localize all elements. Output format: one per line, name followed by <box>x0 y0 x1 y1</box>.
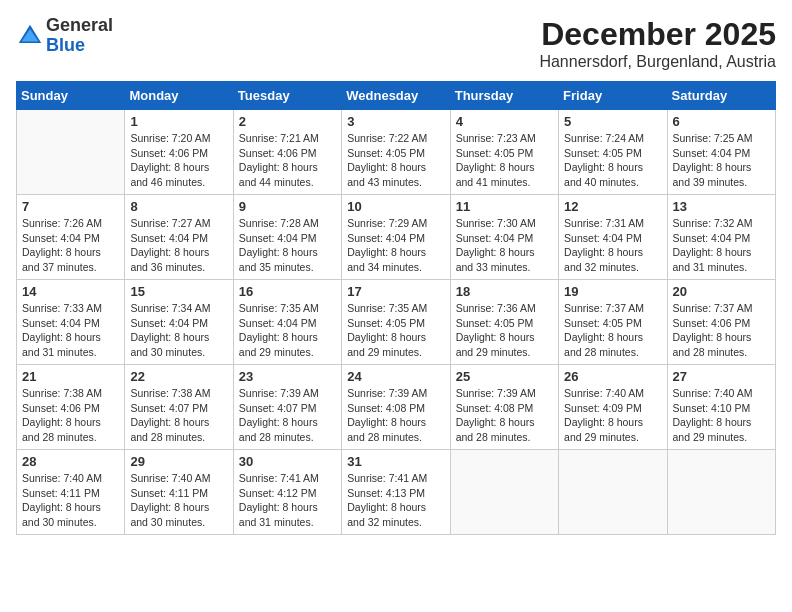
calendar-cell: 15Sunrise: 7:34 AM Sunset: 4:04 PM Dayli… <box>125 280 233 365</box>
day-info: Sunrise: 7:41 AM Sunset: 4:13 PM Dayligh… <box>347 471 444 530</box>
week-row-2: 7Sunrise: 7:26 AM Sunset: 4:04 PM Daylig… <box>17 195 776 280</box>
day-info: Sunrise: 7:31 AM Sunset: 4:04 PM Dayligh… <box>564 216 661 275</box>
day-number: 20 <box>673 284 770 299</box>
day-number: 24 <box>347 369 444 384</box>
day-info: Sunrise: 7:28 AM Sunset: 4:04 PM Dayligh… <box>239 216 336 275</box>
logo-general-text: General <box>46 16 113 36</box>
day-number: 28 <box>22 454 119 469</box>
day-info: Sunrise: 7:33 AM Sunset: 4:04 PM Dayligh… <box>22 301 119 360</box>
calendar-cell: 25Sunrise: 7:39 AM Sunset: 4:08 PM Dayli… <box>450 365 558 450</box>
day-number: 29 <box>130 454 227 469</box>
day-number: 9 <box>239 199 336 214</box>
calendar-cell: 6Sunrise: 7:25 AM Sunset: 4:04 PM Daylig… <box>667 110 775 195</box>
day-info: Sunrise: 7:29 AM Sunset: 4:04 PM Dayligh… <box>347 216 444 275</box>
day-info: Sunrise: 7:34 AM Sunset: 4:04 PM Dayligh… <box>130 301 227 360</box>
calendar-cell: 18Sunrise: 7:36 AM Sunset: 4:05 PM Dayli… <box>450 280 558 365</box>
day-number: 25 <box>456 369 553 384</box>
day-info: Sunrise: 7:41 AM Sunset: 4:12 PM Dayligh… <box>239 471 336 530</box>
day-info: Sunrise: 7:26 AM Sunset: 4:04 PM Dayligh… <box>22 216 119 275</box>
day-info: Sunrise: 7:40 AM Sunset: 4:10 PM Dayligh… <box>673 386 770 445</box>
day-info: Sunrise: 7:40 AM Sunset: 4:11 PM Dayligh… <box>130 471 227 530</box>
calendar-cell: 1Sunrise: 7:20 AM Sunset: 4:06 PM Daylig… <box>125 110 233 195</box>
day-info: Sunrise: 7:38 AM Sunset: 4:07 PM Dayligh… <box>130 386 227 445</box>
day-info: Sunrise: 7:23 AM Sunset: 4:05 PM Dayligh… <box>456 131 553 190</box>
day-number: 11 <box>456 199 553 214</box>
calendar-cell <box>450 450 558 535</box>
day-number: 13 <box>673 199 770 214</box>
day-number: 4 <box>456 114 553 129</box>
calendar-cell <box>559 450 667 535</box>
day-number: 27 <box>673 369 770 384</box>
location-title: Hannersdorf, Burgenland, Austria <box>539 53 776 71</box>
calendar-cell <box>667 450 775 535</box>
calendar-cell: 22Sunrise: 7:38 AM Sunset: 4:07 PM Dayli… <box>125 365 233 450</box>
calendar-cell: 12Sunrise: 7:31 AM Sunset: 4:04 PM Dayli… <box>559 195 667 280</box>
day-number: 3 <box>347 114 444 129</box>
day-number: 31 <box>347 454 444 469</box>
day-number: 16 <box>239 284 336 299</box>
day-info: Sunrise: 7:39 AM Sunset: 4:08 PM Dayligh… <box>347 386 444 445</box>
day-number: 1 <box>130 114 227 129</box>
day-info: Sunrise: 7:39 AM Sunset: 4:08 PM Dayligh… <box>456 386 553 445</box>
day-info: Sunrise: 7:25 AM Sunset: 4:04 PM Dayligh… <box>673 131 770 190</box>
day-info: Sunrise: 7:37 AM Sunset: 4:06 PM Dayligh… <box>673 301 770 360</box>
calendar-cell: 2Sunrise: 7:21 AM Sunset: 4:06 PM Daylig… <box>233 110 341 195</box>
calendar-cell: 3Sunrise: 7:22 AM Sunset: 4:05 PM Daylig… <box>342 110 450 195</box>
calendar-cell: 16Sunrise: 7:35 AM Sunset: 4:04 PM Dayli… <box>233 280 341 365</box>
day-info: Sunrise: 7:20 AM Sunset: 4:06 PM Dayligh… <box>130 131 227 190</box>
calendar-cell: 28Sunrise: 7:40 AM Sunset: 4:11 PM Dayli… <box>17 450 125 535</box>
calendar-cell: 4Sunrise: 7:23 AM Sunset: 4:05 PM Daylig… <box>450 110 558 195</box>
day-number: 5 <box>564 114 661 129</box>
day-number: 2 <box>239 114 336 129</box>
day-info: Sunrise: 7:24 AM Sunset: 4:05 PM Dayligh… <box>564 131 661 190</box>
day-info: Sunrise: 7:36 AM Sunset: 4:05 PM Dayligh… <box>456 301 553 360</box>
weekday-header-saturday: Saturday <box>667 82 775 110</box>
calendar-cell: 23Sunrise: 7:39 AM Sunset: 4:07 PM Dayli… <box>233 365 341 450</box>
calendar-cell: 21Sunrise: 7:38 AM Sunset: 4:06 PM Dayli… <box>17 365 125 450</box>
page-header: General Blue December 2025 Hannersdorf, … <box>16 16 776 71</box>
day-number: 18 <box>456 284 553 299</box>
day-number: 6 <box>673 114 770 129</box>
week-row-4: 21Sunrise: 7:38 AM Sunset: 4:06 PM Dayli… <box>17 365 776 450</box>
weekday-header-row: SundayMondayTuesdayWednesdayThursdayFrid… <box>17 82 776 110</box>
weekday-header-sunday: Sunday <box>17 82 125 110</box>
calendar-cell: 26Sunrise: 7:40 AM Sunset: 4:09 PM Dayli… <box>559 365 667 450</box>
day-info: Sunrise: 7:37 AM Sunset: 4:05 PM Dayligh… <box>564 301 661 360</box>
calendar-cell: 17Sunrise: 7:35 AM Sunset: 4:05 PM Dayli… <box>342 280 450 365</box>
day-info: Sunrise: 7:40 AM Sunset: 4:11 PM Dayligh… <box>22 471 119 530</box>
day-info: Sunrise: 7:38 AM Sunset: 4:06 PM Dayligh… <box>22 386 119 445</box>
logo: General Blue <box>16 16 113 56</box>
day-info: Sunrise: 7:40 AM Sunset: 4:09 PM Dayligh… <box>564 386 661 445</box>
day-number: 8 <box>130 199 227 214</box>
day-number: 30 <box>239 454 336 469</box>
calendar-cell: 30Sunrise: 7:41 AM Sunset: 4:12 PM Dayli… <box>233 450 341 535</box>
calendar-cell: 29Sunrise: 7:40 AM Sunset: 4:11 PM Dayli… <box>125 450 233 535</box>
calendar-cell: 8Sunrise: 7:27 AM Sunset: 4:04 PM Daylig… <box>125 195 233 280</box>
day-number: 7 <box>22 199 119 214</box>
week-row-3: 14Sunrise: 7:33 AM Sunset: 4:04 PM Dayli… <box>17 280 776 365</box>
calendar-cell: 27Sunrise: 7:40 AM Sunset: 4:10 PM Dayli… <box>667 365 775 450</box>
day-info: Sunrise: 7:27 AM Sunset: 4:04 PM Dayligh… <box>130 216 227 275</box>
logo-blue-text: Blue <box>46 36 113 56</box>
day-number: 21 <box>22 369 119 384</box>
week-row-5: 28Sunrise: 7:40 AM Sunset: 4:11 PM Dayli… <box>17 450 776 535</box>
day-info: Sunrise: 7:35 AM Sunset: 4:04 PM Dayligh… <box>239 301 336 360</box>
calendar-cell <box>17 110 125 195</box>
day-number: 19 <box>564 284 661 299</box>
calendar-cell: 24Sunrise: 7:39 AM Sunset: 4:08 PM Dayli… <box>342 365 450 450</box>
day-info: Sunrise: 7:39 AM Sunset: 4:07 PM Dayligh… <box>239 386 336 445</box>
month-title: December 2025 <box>539 16 776 53</box>
calendar-cell: 31Sunrise: 7:41 AM Sunset: 4:13 PM Dayli… <box>342 450 450 535</box>
calendar-cell: 11Sunrise: 7:30 AM Sunset: 4:04 PM Dayli… <box>450 195 558 280</box>
title-block: December 2025 Hannersdorf, Burgenland, A… <box>539 16 776 71</box>
week-row-1: 1Sunrise: 7:20 AM Sunset: 4:06 PM Daylig… <box>17 110 776 195</box>
calendar-cell: 10Sunrise: 7:29 AM Sunset: 4:04 PM Dayli… <box>342 195 450 280</box>
day-number: 17 <box>347 284 444 299</box>
day-number: 15 <box>130 284 227 299</box>
calendar-cell: 14Sunrise: 7:33 AM Sunset: 4:04 PM Dayli… <box>17 280 125 365</box>
day-number: 26 <box>564 369 661 384</box>
calendar-cell: 5Sunrise: 7:24 AM Sunset: 4:05 PM Daylig… <box>559 110 667 195</box>
day-number: 23 <box>239 369 336 384</box>
calendar-cell: 13Sunrise: 7:32 AM Sunset: 4:04 PM Dayli… <box>667 195 775 280</box>
day-info: Sunrise: 7:22 AM Sunset: 4:05 PM Dayligh… <box>347 131 444 190</box>
